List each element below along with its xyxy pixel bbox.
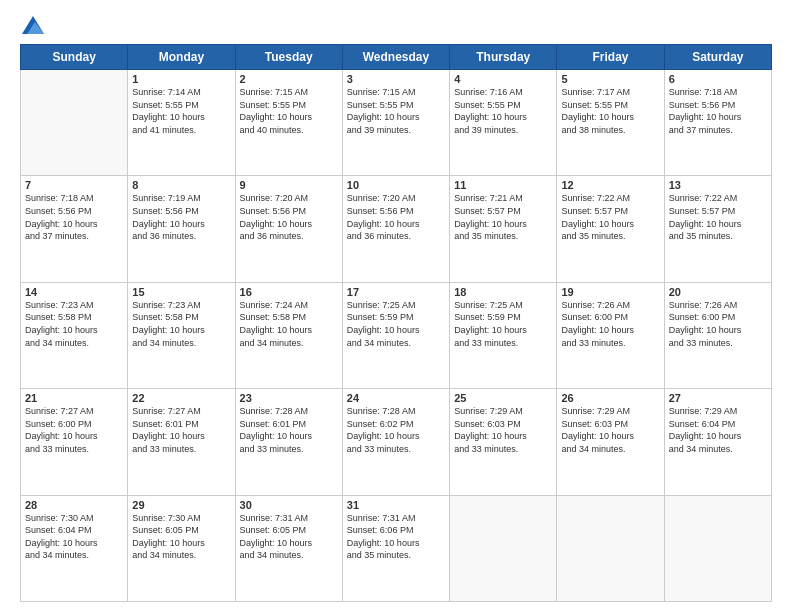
week-row-4: 28Sunrise: 7:30 AMSunset: 6:04 PMDayligh… bbox=[21, 495, 772, 601]
calendar-cell: 26Sunrise: 7:29 AMSunset: 6:03 PMDayligh… bbox=[557, 389, 664, 495]
day-info: Sunrise: 7:29 AMSunset: 6:03 PMDaylight:… bbox=[454, 405, 552, 455]
header bbox=[20, 16, 772, 34]
day-number: 16 bbox=[240, 286, 338, 298]
calendar-cell: 20Sunrise: 7:26 AMSunset: 6:00 PMDayligh… bbox=[664, 282, 771, 388]
week-row-2: 14Sunrise: 7:23 AMSunset: 5:58 PMDayligh… bbox=[21, 282, 772, 388]
calendar-cell: 5Sunrise: 7:17 AMSunset: 5:55 PMDaylight… bbox=[557, 70, 664, 176]
calendar-cell: 11Sunrise: 7:21 AMSunset: 5:57 PMDayligh… bbox=[450, 176, 557, 282]
day-number: 30 bbox=[240, 499, 338, 511]
calendar-cell bbox=[450, 495, 557, 601]
day-info: Sunrise: 7:25 AMSunset: 5:59 PMDaylight:… bbox=[454, 299, 552, 349]
week-row-1: 7Sunrise: 7:18 AMSunset: 5:56 PMDaylight… bbox=[21, 176, 772, 282]
day-info: Sunrise: 7:15 AMSunset: 5:55 PMDaylight:… bbox=[240, 86, 338, 136]
day-info: Sunrise: 7:29 AMSunset: 6:03 PMDaylight:… bbox=[561, 405, 659, 455]
calendar-cell: 24Sunrise: 7:28 AMSunset: 6:02 PMDayligh… bbox=[342, 389, 449, 495]
day-info: Sunrise: 7:23 AMSunset: 5:58 PMDaylight:… bbox=[25, 299, 123, 349]
header-row: SundayMondayTuesdayWednesdayThursdayFrid… bbox=[21, 45, 772, 70]
day-header-sunday: Sunday bbox=[21, 45, 128, 70]
day-header-monday: Monday bbox=[128, 45, 235, 70]
calendar-cell: 19Sunrise: 7:26 AMSunset: 6:00 PMDayligh… bbox=[557, 282, 664, 388]
day-info: Sunrise: 7:31 AMSunset: 6:05 PMDaylight:… bbox=[240, 512, 338, 562]
calendar-cell: 10Sunrise: 7:20 AMSunset: 5:56 PMDayligh… bbox=[342, 176, 449, 282]
day-number: 18 bbox=[454, 286, 552, 298]
day-number: 6 bbox=[669, 73, 767, 85]
day-header-friday: Friday bbox=[557, 45, 664, 70]
day-number: 14 bbox=[25, 286, 123, 298]
calendar-cell: 29Sunrise: 7:30 AMSunset: 6:05 PMDayligh… bbox=[128, 495, 235, 601]
calendar-cell: 18Sunrise: 7:25 AMSunset: 5:59 PMDayligh… bbox=[450, 282, 557, 388]
calendar-cell: 14Sunrise: 7:23 AMSunset: 5:58 PMDayligh… bbox=[21, 282, 128, 388]
calendar-cell: 21Sunrise: 7:27 AMSunset: 6:00 PMDayligh… bbox=[21, 389, 128, 495]
day-info: Sunrise: 7:15 AMSunset: 5:55 PMDaylight:… bbox=[347, 86, 445, 136]
day-info: Sunrise: 7:14 AMSunset: 5:55 PMDaylight:… bbox=[132, 86, 230, 136]
day-info: Sunrise: 7:22 AMSunset: 5:57 PMDaylight:… bbox=[561, 192, 659, 242]
day-number: 12 bbox=[561, 179, 659, 191]
day-info: Sunrise: 7:16 AMSunset: 5:55 PMDaylight:… bbox=[454, 86, 552, 136]
calendar-cell: 15Sunrise: 7:23 AMSunset: 5:58 PMDayligh… bbox=[128, 282, 235, 388]
calendar-cell: 27Sunrise: 7:29 AMSunset: 6:04 PMDayligh… bbox=[664, 389, 771, 495]
day-number: 29 bbox=[132, 499, 230, 511]
day-number: 13 bbox=[669, 179, 767, 191]
day-number: 10 bbox=[347, 179, 445, 191]
day-info: Sunrise: 7:20 AMSunset: 5:56 PMDaylight:… bbox=[347, 192, 445, 242]
day-number: 1 bbox=[132, 73, 230, 85]
day-number: 22 bbox=[132, 392, 230, 404]
day-header-thursday: Thursday bbox=[450, 45, 557, 70]
week-row-0: 1Sunrise: 7:14 AMSunset: 5:55 PMDaylight… bbox=[21, 70, 772, 176]
logo bbox=[20, 16, 44, 34]
calendar-cell: 2Sunrise: 7:15 AMSunset: 5:55 PMDaylight… bbox=[235, 70, 342, 176]
calendar-page: SundayMondayTuesdayWednesdayThursdayFrid… bbox=[0, 0, 792, 612]
day-info: Sunrise: 7:31 AMSunset: 6:06 PMDaylight:… bbox=[347, 512, 445, 562]
day-number: 20 bbox=[669, 286, 767, 298]
calendar-table: SundayMondayTuesdayWednesdayThursdayFrid… bbox=[20, 44, 772, 602]
day-number: 23 bbox=[240, 392, 338, 404]
day-number: 8 bbox=[132, 179, 230, 191]
day-info: Sunrise: 7:29 AMSunset: 6:04 PMDaylight:… bbox=[669, 405, 767, 455]
day-info: Sunrise: 7:26 AMSunset: 6:00 PMDaylight:… bbox=[561, 299, 659, 349]
day-number: 4 bbox=[454, 73, 552, 85]
calendar-cell: 9Sunrise: 7:20 AMSunset: 5:56 PMDaylight… bbox=[235, 176, 342, 282]
calendar-cell: 1Sunrise: 7:14 AMSunset: 5:55 PMDaylight… bbox=[128, 70, 235, 176]
day-info: Sunrise: 7:22 AMSunset: 5:57 PMDaylight:… bbox=[669, 192, 767, 242]
day-number: 28 bbox=[25, 499, 123, 511]
day-info: Sunrise: 7:21 AMSunset: 5:57 PMDaylight:… bbox=[454, 192, 552, 242]
calendar-cell: 3Sunrise: 7:15 AMSunset: 5:55 PMDaylight… bbox=[342, 70, 449, 176]
day-info: Sunrise: 7:27 AMSunset: 6:01 PMDaylight:… bbox=[132, 405, 230, 455]
day-number: 24 bbox=[347, 392, 445, 404]
calendar-cell: 4Sunrise: 7:16 AMSunset: 5:55 PMDaylight… bbox=[450, 70, 557, 176]
calendar-cell: 17Sunrise: 7:25 AMSunset: 5:59 PMDayligh… bbox=[342, 282, 449, 388]
day-number: 3 bbox=[347, 73, 445, 85]
day-info: Sunrise: 7:25 AMSunset: 5:59 PMDaylight:… bbox=[347, 299, 445, 349]
logo-icon bbox=[22, 16, 44, 34]
day-info: Sunrise: 7:30 AMSunset: 6:04 PMDaylight:… bbox=[25, 512, 123, 562]
calendar-cell bbox=[664, 495, 771, 601]
day-header-wednesday: Wednesday bbox=[342, 45, 449, 70]
day-number: 19 bbox=[561, 286, 659, 298]
day-number: 5 bbox=[561, 73, 659, 85]
calendar-cell: 6Sunrise: 7:18 AMSunset: 5:56 PMDaylight… bbox=[664, 70, 771, 176]
calendar-cell: 30Sunrise: 7:31 AMSunset: 6:05 PMDayligh… bbox=[235, 495, 342, 601]
day-info: Sunrise: 7:20 AMSunset: 5:56 PMDaylight:… bbox=[240, 192, 338, 242]
calendar-cell: 22Sunrise: 7:27 AMSunset: 6:01 PMDayligh… bbox=[128, 389, 235, 495]
calendar-cell: 23Sunrise: 7:28 AMSunset: 6:01 PMDayligh… bbox=[235, 389, 342, 495]
day-number: 31 bbox=[347, 499, 445, 511]
day-info: Sunrise: 7:23 AMSunset: 5:58 PMDaylight:… bbox=[132, 299, 230, 349]
day-info: Sunrise: 7:27 AMSunset: 6:00 PMDaylight:… bbox=[25, 405, 123, 455]
day-info: Sunrise: 7:24 AMSunset: 5:58 PMDaylight:… bbox=[240, 299, 338, 349]
day-number: 9 bbox=[240, 179, 338, 191]
day-info: Sunrise: 7:17 AMSunset: 5:55 PMDaylight:… bbox=[561, 86, 659, 136]
day-info: Sunrise: 7:19 AMSunset: 5:56 PMDaylight:… bbox=[132, 192, 230, 242]
calendar-cell: 7Sunrise: 7:18 AMSunset: 5:56 PMDaylight… bbox=[21, 176, 128, 282]
day-number: 17 bbox=[347, 286, 445, 298]
calendar-cell bbox=[557, 495, 664, 601]
day-info: Sunrise: 7:28 AMSunset: 6:01 PMDaylight:… bbox=[240, 405, 338, 455]
day-info: Sunrise: 7:26 AMSunset: 6:00 PMDaylight:… bbox=[669, 299, 767, 349]
day-number: 11 bbox=[454, 179, 552, 191]
day-info: Sunrise: 7:28 AMSunset: 6:02 PMDaylight:… bbox=[347, 405, 445, 455]
day-header-tuesday: Tuesday bbox=[235, 45, 342, 70]
week-row-3: 21Sunrise: 7:27 AMSunset: 6:00 PMDayligh… bbox=[21, 389, 772, 495]
calendar-cell: 25Sunrise: 7:29 AMSunset: 6:03 PMDayligh… bbox=[450, 389, 557, 495]
day-number: 25 bbox=[454, 392, 552, 404]
day-number: 2 bbox=[240, 73, 338, 85]
calendar-cell: 13Sunrise: 7:22 AMSunset: 5:57 PMDayligh… bbox=[664, 176, 771, 282]
